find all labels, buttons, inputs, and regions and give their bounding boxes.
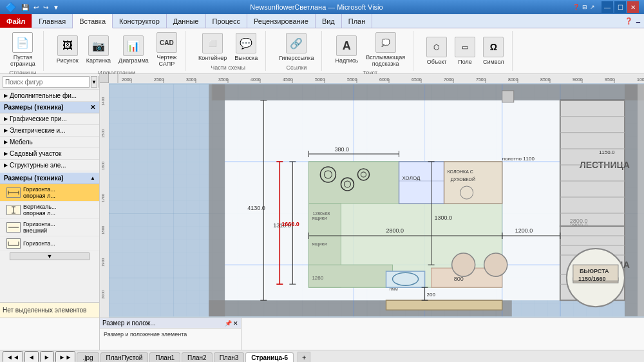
svg-text:200: 200 [427, 292, 436, 298]
tab-review[interactable]: Рецензирование [247, 14, 316, 28]
tab-view[interactable]: Вид [316, 14, 342, 28]
tab-plan3[interactable]: План3 [214, 352, 245, 363]
insert-chart-button[interactable]: 📊 Диаграмма [116, 34, 151, 65]
hyperlink-label: Гиперссылка [279, 55, 314, 61]
maximize-button[interactable]: ☐ [614, 1, 626, 13]
size-panel-pin[interactable]: 📌 [225, 320, 232, 327]
tab-home[interactable]: Главная [32, 14, 73, 28]
insert-blank-page-button[interactable]: 📄 Пустаястраница [8, 31, 38, 68]
size-position-panel: Размер и полож... 📌 ✕ Размер и положение… [100, 318, 242, 350]
svg-text:3000: 3000 [186, 77, 196, 82]
minimize-button[interactable]: — [601, 1, 613, 13]
save-quickbtn[interactable]: 💾 [20, 4, 30, 11]
svg-text:ящики: ящики [312, 241, 327, 247]
tooltip-icon: 💭 [375, 32, 396, 53]
undo-quickbtn[interactable]: ↩ [32, 4, 40, 11]
tab-insert[interactable]: Вставка [73, 14, 113, 28]
svg-text:4500: 4500 [283, 77, 293, 82]
shape-h-ext-icon [6, 222, 21, 233]
insert-object-button[interactable]: ⬡ Объект [424, 35, 450, 66]
drawing-area[interactable]: ХОЛОД КОЛОНКА С ДУХОВКОЙ ящики ящики 128… [109, 83, 644, 318]
insert-container-button[interactable]: ⬜ Контейнер [196, 32, 229, 62]
fullscreen-btn[interactable]: ↗ [590, 4, 595, 10]
tab-add[interactable]: + [298, 352, 310, 363]
tab-planpustoy[interactable]: ПланПустой [100, 352, 149, 363]
panel-section-dimensions[interactable]: Размеры (техника) ✕ [0, 102, 99, 113]
cad-label: ЧертежСАПР [157, 54, 177, 67]
size-panel-close[interactable]: ✕ [233, 320, 238, 327]
svg-rect-160 [638, 84, 644, 316]
insert-cad-button[interactable]: CAD ЧертежСАПР [154, 31, 180, 68]
shape-h-ref-icon [6, 187, 21, 198]
ribbon-minimize[interactable]: 🗕 [635, 17, 641, 24]
expand-icon-6: ▶ [4, 162, 8, 168]
tab-stranitsa6[interactable]: Страница-6 [245, 352, 294, 363]
tab-nav-next[interactable]: ► [40, 351, 54, 362]
ribbon-group-text: A Надпись 💭 Всплывающаяподсказка Текст [327, 31, 413, 71]
insert-symbol-button[interactable]: Ω Символ [480, 35, 506, 66]
title-bar: 🔷 💾 ↩ ↪ ▼ NewsunflowerСветлана — Microso… [0, 0, 644, 14]
symbol-icon: Ω [483, 37, 504, 57]
canvas-area[interactable]: 2000 2500 3000 3500 4000 4500 5000 5500 … [100, 74, 644, 318]
svg-text:1150/1660: 1150/1660 [578, 276, 606, 282]
svg-text:пмм: пмм [390, 287, 399, 291]
svg-text:1280х68: 1280х68 [312, 211, 330, 216]
shape-vertical-ref[interactable]: Вертикаль...опорная л... [0, 202, 99, 219]
tab-plan[interactable]: План [342, 14, 373, 28]
search-dropdown[interactable]: ▼ [91, 76, 97, 88]
svg-text:1700: 1700 [101, 193, 105, 202]
shapes-section-arrow: ▲ [90, 175, 95, 181]
help-btn[interactable]: ❓ [573, 4, 580, 10]
insert-field-button[interactable]: ▭ Поле [452, 35, 478, 66]
section-close[interactable]: ✕ [90, 104, 95, 111]
insert-text-button[interactable]: A Надпись [332, 34, 361, 65]
tab-nav-last[interactable]: ►► [55, 351, 76, 362]
svg-text:4000: 4000 [251, 77, 261, 82]
svg-text:2000: 2000 [122, 77, 132, 82]
shapes-section-header[interactable]: Размеры (техника) ▲ [0, 173, 99, 184]
shape-horizontal-ref[interactable]: Горизонта...опорная л... [0, 184, 99, 202]
svg-text:7000: 7000 [444, 77, 454, 82]
search-bar: ▼ 🔍 [0, 74, 99, 90]
svg-text:2500: 2500 [154, 77, 164, 82]
shape-horizontal-3[interactable]: Горизонта... [0, 236, 99, 251]
insert-picture-button[interactable]: 🖼 Рисунок [54, 34, 81, 65]
insert-clip-button[interactable]: 📷 Картинка [84, 34, 113, 65]
panel-item-graphics[interactable]: ▶ Графические при... [0, 113, 99, 125]
panel-item-furniture[interactable]: ▶ Мебель [0, 137, 99, 148]
shape-horizontal-ext[interactable]: Горизонта...внешний [0, 219, 99, 236]
tab-nav-first[interactable]: ◄◄ [3, 351, 23, 362]
panel-scroll-down[interactable]: ▼ [10, 252, 89, 260]
svg-text:ДУХОВКОЙ: ДУХОВКОЙ [451, 176, 475, 182]
svg-text:6500: 6500 [412, 77, 422, 82]
search-input[interactable] [3, 76, 90, 88]
panel-item-electrical[interactable]: ▶ Электрические и... [0, 125, 99, 137]
tab-plan1[interactable]: План1 [149, 352, 180, 363]
panel-item-label-3: Электрические и... [10, 127, 65, 134]
expand-icon-3: ▶ [4, 128, 8, 133]
panel-item-additional[interactable]: ▶ Дополнительные фи... [0, 90, 99, 102]
tab-jpg[interactable]: .jpg [77, 352, 99, 363]
tab-data[interactable]: Данные [167, 14, 206, 28]
panel-item-garden[interactable]: ▶ Садовый участок [0, 148, 99, 160]
ribbon-help[interactable]: ❓ [625, 17, 632, 24]
minimize-help[interactable]: ⊟ [582, 4, 587, 10]
tab-nav-prev[interactable]: ◄ [24, 351, 39, 362]
svg-text:2800.0: 2800.0 [386, 227, 404, 234]
tab-file[interactable]: Файл [0, 14, 32, 28]
panel-item-structural[interactable]: ▶ Структурные эле... [0, 160, 99, 171]
ribbon-group-illustrations: 🖼 Рисунок 📷 Картинка 📊 Диаграмма CAD Чер… [49, 31, 185, 71]
redo-quickbtn[interactable]: ↪ [42, 4, 50, 11]
insert-tooltip-button[interactable]: 💭 Всплывающаяподсказка [363, 31, 408, 68]
insert-callout-button[interactable]: 💬 Выноска [232, 32, 260, 62]
close-button[interactable]: ✕ [627, 1, 639, 13]
links-group-label: Ссылки [286, 64, 307, 71]
app-icon: 🔷 [5, 2, 16, 12]
qa-dropdown[interactable]: ▼ [52, 4, 61, 11]
shape-info-text: Нет выделенных элементов [3, 307, 86, 314]
tab-design[interactable]: Конструктор [113, 14, 167, 28]
tab-plan2[interactable]: План2 [182, 352, 213, 363]
insert-hyperlink-button[interactable]: 🔗 Гиперссылка [276, 32, 316, 62]
shape-h3-icon [6, 238, 21, 249]
tab-process[interactable]: Процесс [206, 14, 247, 28]
